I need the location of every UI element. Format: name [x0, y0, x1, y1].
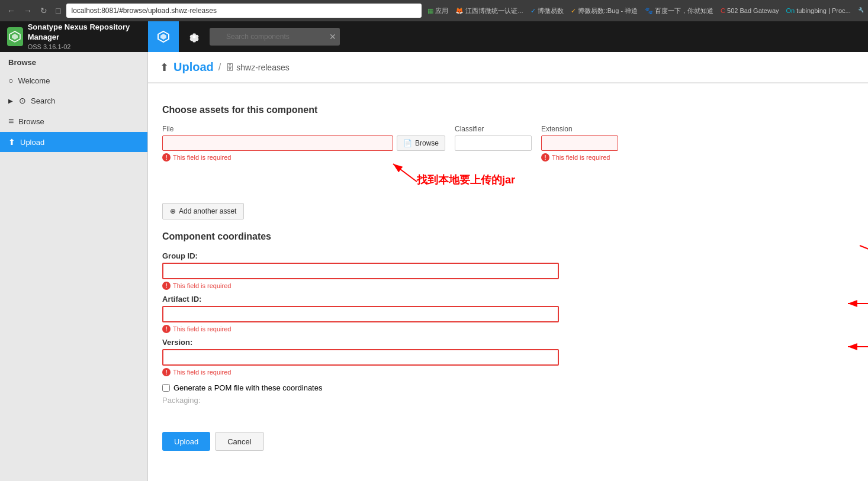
repo-icon: 🗄 [226, 63, 234, 72]
content-area: ⬆ Upload / 🗄 shwz-releases Choose assets… [148, 52, 868, 481]
annotation-jar: 找到本地要上传的jar [417, 173, 515, 187]
extension-label: Extension [541, 125, 618, 133]
search-clear-btn[interactable]: ✕ [329, 33, 336, 41]
svg-marker-3 [160, 34, 166, 40]
bookmark-label: 应用 [435, 7, 448, 15]
bookmark-7[interactable]: 🔧 Dashboard [Jenki... [856, 5, 863, 17]
bookmark-label: 百度一下，你就知道 [655, 7, 713, 15]
group-id-error-icon: ! [162, 282, 171, 290]
app-nav: 🔍 ✕ [148, 21, 868, 52]
coords-section: Component coordinates Group ID: [162, 231, 854, 405]
artifact-id-field: Artifact ID: 必填 [162, 295, 854, 333]
bookmark-label: tubingbing | Proc... [796, 7, 851, 14]
app-title-text: Sonatype Nexus Repository Manager OSS 3.… [28, 22, 141, 51]
extension-input[interactable] [541, 135, 618, 151]
artifact-id-input[interactable] [162, 306, 559, 322]
sidebar-item-upload[interactable]: ⬆ Upload [0, 132, 147, 152]
bookmark-4[interactable]: 🐾 百度一下，你就知道 [642, 5, 716, 17]
back-btn[interactable]: ← [5, 5, 18, 17]
bookmark-5[interactable]: C 502 Bad Gateway [718, 5, 781, 17]
breadcrumb-separator: / [218, 62, 221, 73]
sidebar-item-label: Search [31, 96, 55, 105]
bookmark-label: 博微易数::Bug - 禅道 [578, 7, 638, 15]
refresh-btn[interactable]: ↻ [38, 5, 50, 17]
breadcrumb-sub: 🗄 shwz-releases [226, 63, 289, 72]
classifier-field-group: Classifier [455, 125, 532, 151]
browser-bar: ← → ↻ □ localhost:8081/#browse/upload.sh… [0, 0, 868, 21]
search-nav-icon: ⊙ [19, 96, 26, 105]
artifact-id-error: ! This field is required [162, 325, 854, 333]
extension-error-icon: ! [541, 153, 549, 162]
bookmark-1[interactable]: 🦊 江西博微统一认证... [453, 5, 525, 17]
nav-browse-btn[interactable] [148, 21, 179, 52]
bookmark-apps[interactable]: ▦ 应用 [425, 5, 451, 17]
forward-btn[interactable]: → [21, 5, 34, 17]
classifier-input[interactable] [455, 135, 532, 151]
url-bar[interactable]: localhost:8081/#browse/upload.shwz-relea… [66, 4, 422, 18]
sidebar-item-label: Upload [20, 138, 44, 147]
browse-button[interactable]: 📄 Browse [397, 135, 445, 151]
file-input[interactable] [162, 135, 393, 151]
sidebar: Browse ○ Welcome ▶ ⊙ Search ≡ Browse ⬆ U… [0, 52, 148, 481]
group-id-label: Group ID: [162, 251, 854, 260]
add-icon: ⊕ [170, 207, 176, 215]
file-label: File [162, 125, 445, 133]
version-error-text: This field is required [173, 369, 231, 376]
group-id-field: Group ID: 必填 [162, 251, 854, 290]
app-subtitle: OSS 3.16.1-02 [28, 43, 141, 51]
version-error: ! This field is required [162, 368, 854, 376]
version-field: Version: 必填 [162, 338, 854, 376]
home-btn[interactable]: □ [53, 5, 63, 17]
bookmark-label: 博微易数 [538, 7, 564, 15]
extension-error-msg: ! This field is required [541, 153, 618, 162]
artifact-id-error-icon: ! [162, 325, 171, 333]
welcome-icon: ○ [8, 76, 13, 85]
app-title: Sonatype Nexus Repository Manager [28, 22, 141, 43]
cancel-button[interactable]: Cancel [215, 432, 263, 451]
file-field-group: File 📄 Browse ! This field is required [162, 125, 445, 162]
upload-button[interactable]: Upload [162, 432, 210, 451]
group-id-error-text: This field is required [173, 282, 231, 289]
breadcrumb-repo-name: shwz-releases [236, 63, 289, 72]
group-id-input[interactable] [162, 263, 559, 279]
bookmark-2[interactable]: ✓ 博微易数 [528, 5, 566, 17]
extension-error-text: This field is required [552, 154, 610, 161]
pom-checkbox-row: Generate a POM file with these coordinat… [162, 383, 854, 392]
pom-checkbox-label[interactable]: Generate a POM file with these coordinat… [173, 383, 322, 392]
bookmarks-bar: ▦ 应用 🦊 江西博微统一认证... ✓ 博微易数 ✓ 博微易数::Bug - … [425, 5, 863, 17]
pom-checkbox[interactable] [162, 384, 170, 392]
breadcrumb-title: Upload [173, 60, 214, 74]
bookmark-6[interactable]: On tubingbing | Proc... [784, 5, 853, 17]
artifact-id-label: Artifact ID: [162, 295, 854, 304]
nav-settings-btn[interactable] [179, 21, 210, 52]
breadcrumb: ⬆ Upload / 🗄 shwz-releases [148, 52, 868, 83]
add-asset-btn-label: Add another asset [179, 207, 236, 215]
version-input[interactable] [162, 349, 559, 366]
sidebar-item-welcome[interactable]: ○ Welcome [0, 70, 147, 91]
asset-row: File 📄 Browse ! This field is required [162, 125, 854, 162]
bookmark-3[interactable]: ✓ 博微易数::Bug - 禅道 [568, 5, 640, 17]
sidebar-section-label: Browse [0, 52, 147, 70]
packaging-label: Packaging: [162, 396, 854, 405]
search-input[interactable] [210, 28, 340, 46]
sidebar-item-browse[interactable]: ≡ Browse [0, 111, 147, 132]
sidebar-item-label: Welcome [18, 76, 50, 85]
coords-section-title: Component coordinates [162, 231, 854, 242]
search-wrap: 🔍 ✕ [210, 28, 340, 46]
file-error-text: This field is required [173, 154, 231, 161]
bookmark-label: 江西博微统一认证... [465, 7, 523, 15]
upload-icon: ⬆ [8, 137, 15, 147]
classifier-label: Classifier [455, 125, 532, 133]
sidebar-item-search[interactable]: ▶ ⊙ Search [0, 91, 147, 111]
add-asset-button[interactable]: ⊕ Add another asset [162, 203, 244, 219]
extension-field-group: Extension ! This field is required [541, 125, 618, 162]
browse-btn-label: Browse [415, 139, 439, 147]
url-text: localhost:8081/#browse/upload.shwz-relea… [71, 7, 216, 15]
artifact-id-error-text: This field is required [173, 325, 231, 332]
group-id-error: ! This field is required [162, 282, 854, 290]
file-error-icon: ! [162, 153, 171, 162]
breadcrumb-upload-icon: ⬆ [160, 61, 169, 74]
sidebar-item-label: Browse [18, 117, 44, 126]
app-logo: Sonatype Nexus Repository Manager OSS 3.… [0, 22, 148, 51]
logo-icon [7, 27, 23, 46]
